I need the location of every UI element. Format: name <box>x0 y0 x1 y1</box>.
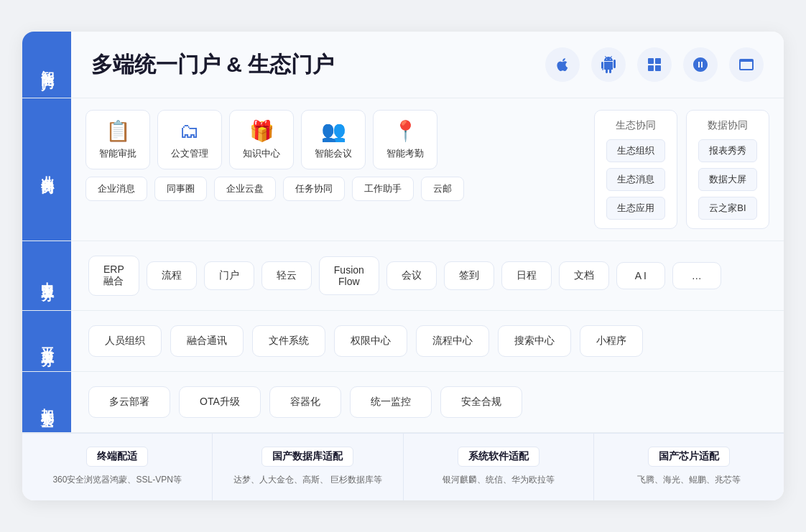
data-panel-item[interactable]: 报表秀秀 <box>698 139 757 162</box>
biz-icon-item[interactable]: 📋 智能审批 <box>85 110 150 169</box>
browser-icon[interactable] <box>729 47 764 82</box>
platform-content: 人员组织融合通讯文件系统权限中心流程中心搜索中心小程序 <box>71 311 784 371</box>
midservice-item[interactable]: … <box>672 262 721 289</box>
arch-item[interactable]: OTA升级 <box>179 386 261 418</box>
adapt-cell: 国产芯片适配 飞腾、海光、鲲鹏、兆芯等 <box>594 434 784 500</box>
ecology-items: 生态组织生态消息生态应用 <box>606 139 665 220</box>
adapt-desc: 360安全浏览器鸿蒙、SSL-VPN等 <box>37 472 198 487</box>
adapt-desc: 飞腾、海光、鲲鹏、兆芯等 <box>608 472 769 487</box>
biz-text-tag[interactable]: 工作助手 <box>352 177 414 201</box>
midservice-item[interactable]: 日程 <box>501 261 552 290</box>
portal-content: 多端统一门户 & 生态门户 <box>71 32 784 98</box>
biz-top: 📋 智能审批 🗂 公文管理 🎁 知识中心 👥 智能会议 📍 智能考勤 企业消息同… <box>85 110 769 229</box>
biz-item-label: 知识中心 <box>243 147 280 160</box>
biz-item-label: 智能审批 <box>99 147 136 160</box>
midservice-row: 中台服务 ERP 融合流程门户轻云Fusion Flow会议签到日程文档A I… <box>22 241 784 311</box>
biz-item-label: 智能考勤 <box>386 147 424 160</box>
arch-row: 架构安全 多云部署OTA升级容器化统一监控安全合规 <box>22 372 784 433</box>
biz-item-icon: 📋 <box>106 119 131 143</box>
biz-item-icon: 🎁 <box>249 119 274 143</box>
adapt-title: 系统软件适配 <box>458 447 539 467</box>
arch-item[interactable]: 统一监控 <box>350 386 432 418</box>
adapt-cell: 系统软件适配 银河麒麟、统信、华为欧拉等 <box>404 434 594 500</box>
platform-item[interactable]: 文件系统 <box>252 325 325 357</box>
platform-item[interactable]: 权限中心 <box>334 325 407 357</box>
windows-icon[interactable] <box>637 47 672 82</box>
midservice-item[interactable]: 签到 <box>444 261 494 290</box>
data-items: 报表秀秀数据大屏云之家BI <box>698 139 757 220</box>
biz-text-tag[interactable]: 任务协同 <box>283 177 345 201</box>
biz-item-icon: 🗂 <box>180 119 200 143</box>
ecology-panel-item[interactable]: 生态组织 <box>606 139 665 162</box>
appstore-icon[interactable] <box>683 47 718 82</box>
platform-item[interactable]: 人员组织 <box>88 325 162 357</box>
adapt-title: 国产数据库适配 <box>261 447 353 467</box>
biz-main: 📋 智能审批 🗂 公文管理 🎁 知识中心 👥 智能会议 📍 智能考勤 企业消息同… <box>85 110 583 229</box>
adapt-desc: 达梦、人大金仓、高斯、 巨杉数据库等 <box>227 472 388 487</box>
midservice-item[interactable]: 文档 <box>559 261 609 290</box>
biz-text-row: 企业消息同事圈企业云盘任务协同工作助手云邮 <box>85 177 583 201</box>
adapt-cell: 国产数据库适配 达梦、人大金仓、高斯、 巨杉数据库等 <box>213 434 403 500</box>
apple-icon[interactable] <box>545 47 580 82</box>
platform-item[interactable]: 搜索中心 <box>498 325 571 357</box>
adapt-row: 终端配适 360安全浏览器鸿蒙、SSL-VPN等 国产数据库适配 达梦、人大金仓… <box>22 433 784 500</box>
svg-rect-1 <box>655 58 661 64</box>
data-panel: 数据协同 报表秀秀数据大屏云之家BI <box>686 110 769 229</box>
adapt-title: 终端配适 <box>86 447 148 467</box>
arch-item[interactable]: 容器化 <box>269 386 341 418</box>
platform-item[interactable]: 融合通讯 <box>170 325 244 357</box>
portal-title: 多端统一门户 & 生态门户 <box>91 50 334 80</box>
android-icon[interactable] <box>591 47 626 82</box>
portal-label: 智能门户 <box>22 32 71 98</box>
biz-content: 📋 智能审批 🗂 公文管理 🎁 知识中心 👥 智能会议 📍 智能考勤 企业消息同… <box>71 98 784 241</box>
midservice-item[interactable]: ERP 融合 <box>88 256 139 296</box>
svg-rect-0 <box>648 58 654 64</box>
data-title: 数据协同 <box>698 119 757 132</box>
portal-row: 智能门户 多端统一门户 & 生态门户 <box>22 32 784 98</box>
platform-row: 平台服务 人员组织融合通讯文件系统权限中心流程中心搜索中心小程序 <box>22 311 784 372</box>
midservice-item[interactable]: 轻云 <box>261 261 312 290</box>
svg-rect-2 <box>648 65 654 71</box>
adapt-title: 国产芯片适配 <box>648 447 730 467</box>
biz-item-icon: 📍 <box>393 119 418 143</box>
portal-icons <box>545 47 764 82</box>
svg-rect-3 <box>655 65 661 71</box>
biz-icon-item[interactable]: 👥 智能会议 <box>301 110 366 169</box>
arch-item[interactable]: 多云部署 <box>88 386 170 418</box>
main-container: 智能门户 多端统一门户 & 生态门户 <box>22 32 784 500</box>
arch-label: 架构安全 <box>22 372 71 432</box>
data-panel-item[interactable]: 云之家BI <box>698 197 757 220</box>
midservice-item[interactable]: A I <box>616 262 665 289</box>
biz-icon-item[interactable]: 🎁 知识中心 <box>229 110 294 169</box>
biz-icons-row: 📋 智能审批 🗂 公文管理 🎁 知识中心 👥 智能会议 📍 智能考勤 <box>85 110 583 169</box>
platform-item[interactable]: 流程中心 <box>416 325 489 357</box>
adapt-desc: 银河麒麟、统信、华为欧拉等 <box>418 472 579 487</box>
midservice-item[interactable]: 门户 <box>204 261 254 290</box>
platform-label: 平台服务 <box>22 311 71 371</box>
biz-text-tag[interactable]: 企业消息 <box>85 177 147 201</box>
midservice-label: 中台服务 <box>22 241 71 310</box>
midservice-item[interactable]: 会议 <box>386 261 437 290</box>
arch-content: 多云部署OTA升级容器化统一监控安全合规 <box>71 372 784 432</box>
ecology-panel-item[interactable]: 生态应用 <box>606 197 665 220</box>
biz-icon-item[interactable]: 📍 智能考勤 <box>373 110 437 169</box>
biz-text-tag[interactable]: 同事圈 <box>154 177 207 201</box>
biz-item-label: 智能会议 <box>315 147 352 160</box>
midservice-item[interactable]: 流程 <box>147 261 197 290</box>
platform-item[interactable]: 小程序 <box>580 325 643 357</box>
midservice-item[interactable]: Fusion Flow <box>319 256 379 295</box>
biz-label: 业务协同 <box>22 98 71 241</box>
ecology-title: 生态协同 <box>606 119 665 132</box>
midservice-content: ERP 融合流程门户轻云Fusion Flow会议签到日程文档A I… <box>71 241 784 310</box>
biz-right: 生态协同 生态组织生态消息生态应用 数据协同 报表秀秀数据大屏云之家BI <box>594 110 769 229</box>
biz-icon-item[interactable]: 🗂 公文管理 <box>157 110 222 169</box>
adapt-cell: 终端配适 360安全浏览器鸿蒙、SSL-VPN等 <box>22 434 213 500</box>
biz-item-label: 公文管理 <box>171 147 208 160</box>
data-panel-item[interactable]: 数据大屏 <box>698 168 757 191</box>
biz-text-tag[interactable]: 企业云盘 <box>214 177 276 201</box>
ecology-panel: 生态协同 生态组织生态消息生态应用 <box>594 110 677 229</box>
biz-row: 业务协同 📋 智能审批 🗂 公文管理 🎁 知识中心 👥 智能会议 📍 智能考勤 … <box>22 98 784 241</box>
ecology-panel-item[interactable]: 生态消息 <box>606 168 665 191</box>
biz-text-tag[interactable]: 云邮 <box>421 177 464 201</box>
arch-item[interactable]: 安全合规 <box>440 386 522 418</box>
